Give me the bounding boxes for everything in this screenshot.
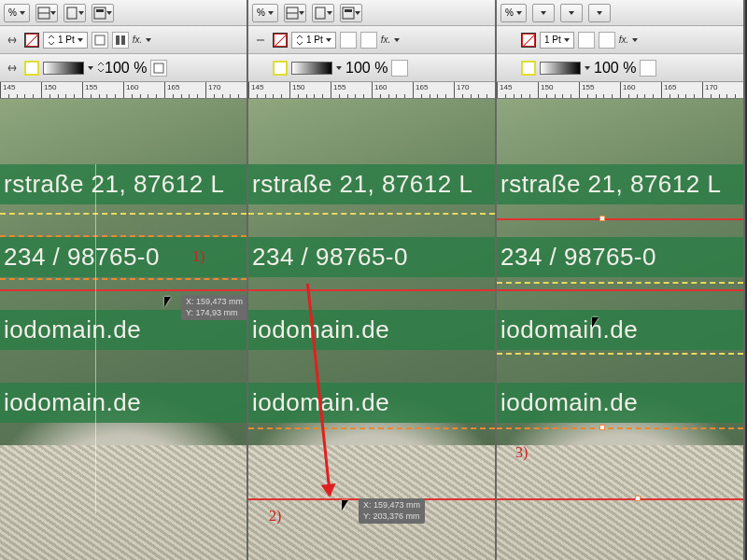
text-line-phone[interactable]: 234 / 98765-0 — [0, 237, 247, 277]
text-line-phone[interactable]: 234 / 98765-0 — [497, 237, 743, 277]
horizontal-ruler[interactable]: 145150155160165170175 — [248, 82, 495, 99]
align-icon-1[interactable] — [92, 32, 108, 49]
canvas-area[interactable]: rstraße 21, 87612 L 234 / 98765-0 iodoma… — [248, 99, 495, 560]
align-icon-1[interactable] — [578, 32, 595, 49]
canvas-area[interactable]: rstraße 21, 87612 L 234 / 98765-0 iodoma… — [497, 99, 743, 560]
guide-red-2[interactable] — [497, 289, 743, 291]
tooltip-x: X: 159,473 mm — [363, 500, 420, 511]
stroke-weight-field[interactable]: 1 Pt — [540, 32, 574, 49]
text-line-address[interactable]: rstraße 21, 87612 L — [248, 164, 495, 204]
gradient-dropdown[interactable] — [88, 66, 93, 70]
layout-icon — [93, 7, 106, 20]
svg-rect-2 — [67, 7, 77, 19]
guide-handle[interactable] — [599, 425, 605, 430]
toolbar-top: % — [497, 0, 743, 26]
fx-button[interactable]: fx. — [381, 35, 391, 45]
coordinate-tooltip: X: 159,473 mm Y: 203,376 mm — [359, 498, 425, 524]
text-line-domain-2[interactable]: iodomain.de — [0, 383, 247, 423]
canvas-area[interactable]: rstraße 21, 87612 L 234 / 98765-0 iodoma… — [0, 99, 247, 560]
view-mode-btn-1[interactable] — [284, 4, 306, 22]
opacity-field[interactable]: 100 % — [345, 60, 388, 77]
text-line-domain-2[interactable]: iodomain.de — [248, 383, 495, 423]
toolbar-top: % — [248, 0, 495, 26]
link-icon[interactable] — [4, 32, 21, 49]
link-icon-2[interactable] — [252, 60, 269, 77]
align-icon-2[interactable] — [112, 32, 129, 49]
guide-handle[interactable] — [635, 496, 641, 501]
gradient-selector[interactable] — [291, 62, 332, 75]
view-mode-btn-1[interactable] — [35, 4, 58, 22]
align-icon-1[interactable] — [340, 32, 357, 49]
view-mode-btn-3[interactable] — [92, 4, 114, 22]
effects-icon[interactable] — [150, 60, 167, 77]
link-icon-2[interactable] — [500, 60, 517, 77]
text-line-domain-1[interactable]: iodomain.de — [248, 310, 495, 350]
toolbar-fill-row: 100 % — [497, 54, 743, 82]
stroke-weight-field[interactable]: 1 Pt — [43, 32, 88, 49]
stroke-swatch[interactable] — [521, 61, 536, 76]
toolbar-fill-row: 100 % — [248, 54, 495, 82]
link-icon-2[interactable] — [4, 60, 21, 77]
effects-icon[interactable] — [640, 60, 656, 77]
view-mode-btn-2[interactable] — [63, 4, 86, 22]
view-mode-btn-3[interactable] — [588, 4, 611, 22]
align-icon-2[interactable] — [599, 32, 615, 49]
text-line-address[interactable]: rstraße 21, 87612 L — [0, 164, 247, 204]
annotation-marker-1: 1) — [192, 248, 204, 265]
view-mode-btn-1[interactable] — [532, 4, 555, 22]
guide-red-1[interactable] — [497, 218, 743, 220]
align-icon-2[interactable] — [360, 32, 377, 49]
guide-red-line[interactable] — [0, 289, 247, 291]
zoom-dropdown[interactable]: % — [252, 4, 278, 22]
svg-rect-11 — [316, 7, 325, 19]
annotation-marker-3: 3) — [515, 444, 528, 461]
svg-rect-8 — [154, 63, 163, 73]
opacity-field[interactable]: 100 % — [594, 60, 636, 77]
toolbar-stroke-row: 1 Pt fx. — [0, 26, 247, 54]
fill-swatch[interactable] — [521, 33, 536, 48]
fx-dropdown[interactable] — [146, 38, 151, 42]
text-line-phone[interactable]: 234 / 98765-0 — [248, 237, 495, 277]
guide-dashed-2 — [497, 353, 743, 355]
fx-button[interactable]: fx. — [133, 35, 143, 45]
view-mode-btn-3[interactable] — [340, 4, 362, 22]
layout-icon — [342, 7, 355, 20]
effects-icon[interactable] — [391, 60, 408, 77]
selection-edge-bottom — [0, 278, 247, 280]
guide-dashed-yellow — [248, 213, 495, 215]
horizontal-ruler[interactable]: 145150155160165170175 — [497, 82, 743, 99]
stroke-swatch[interactable] — [24, 61, 39, 76]
horizontal-ruler[interactable]: 145150155160165170175 — [0, 82, 247, 99]
link-icon[interactable] — [500, 32, 517, 49]
panel-3: % 1 Pt fx. 100 % 145150155160165170175 r… — [497, 0, 745, 560]
text-line-domain-1[interactable]: iodomain.de — [497, 310, 743, 350]
grid-icon — [286, 7, 299, 20]
stepper-icon — [97, 62, 105, 73]
fx-button[interactable]: fx. — [619, 35, 629, 45]
stroke-weight-field[interactable]: 1 Pt — [291, 32, 336, 49]
text-line-domain-2[interactable]: iodomain.de — [497, 383, 743, 423]
gradient-selector[interactable] — [540, 62, 581, 75]
stroke-swatch[interactable] — [273, 61, 288, 76]
toolbar-fill-row: 100 % — [0, 54, 247, 82]
page-icon — [314, 7, 327, 20]
guide-red-3[interactable] — [497, 498, 743, 500]
fill-swatch[interactable] — [24, 33, 39, 48]
guide-handle[interactable] — [599, 216, 605, 221]
svg-rect-12 — [343, 7, 354, 19]
opacity-field[interactable]: 100 % — [97, 60, 147, 77]
fill-swatch[interactable] — [273, 33, 288, 48]
grid-icon — [37, 7, 50, 20]
view-mode-btn-2[interactable] — [312, 4, 334, 22]
panel-2: % 1 Pt fx. 100 % 145150155160165170175 r… — [248, 0, 497, 560]
cursor-icon — [342, 500, 355, 513]
view-mode-btn-2[interactable] — [560, 4, 583, 22]
text-line-address[interactable]: rstraße 21, 87612 L — [497, 164, 743, 204]
svg-rect-6 — [116, 35, 120, 45]
vertical-guide — [95, 164, 96, 513]
gradient-selector[interactable] — [43, 62, 84, 75]
zoom-dropdown[interactable]: % — [500, 4, 527, 22]
zoom-dropdown[interactable]: % — [4, 4, 30, 22]
link-icon[interactable] — [252, 32, 269, 49]
guide-red-top[interactable] — [248, 289, 495, 291]
